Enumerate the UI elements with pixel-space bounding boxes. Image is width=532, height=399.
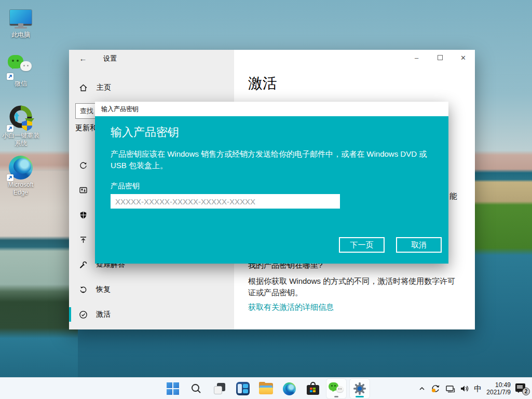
search-icon xyxy=(190,382,202,395)
minimize-button[interactable]: – xyxy=(405,50,428,65)
product-key-label: 产品密钥 xyxy=(111,182,140,191)
windows-logo-icon xyxy=(167,382,179,395)
task-view-button[interactable] xyxy=(210,379,229,398)
sync-tray-icon[interactable] xyxy=(430,383,441,394)
wechat-icon xyxy=(1,53,41,80)
window-controls: – ✕ xyxy=(405,50,475,65)
xiaobai-reinstall-icon xyxy=(1,105,41,132)
sync-icon xyxy=(79,161,88,170)
wechat-icon xyxy=(329,381,344,396)
window-title: 设置 xyxy=(103,54,117,63)
activation-description: 根据你获取 Windows 的方式的不同，激活时将使用数字许可证或产品密钥。 xyxy=(248,276,458,298)
dialog-instructions: 产品密钥应该在 Windows 销售方或经销方发送给你的电子邮件中，或者在 Wi… xyxy=(111,148,439,171)
desktop-icon-label2: 系统 xyxy=(1,140,41,147)
widgets-button[interactable] xyxy=(233,379,253,398)
microsoft-store-button[interactable] xyxy=(303,379,323,398)
sidebar-item-recovery[interactable]: 恢复 xyxy=(69,277,234,302)
back-arrow-icon[interactable]: ← xyxy=(77,52,89,64)
desktop-screen: 此电脑 微信 小白一键重装 系统 xyxy=(0,0,532,399)
maximize-button[interactable] xyxy=(428,50,452,65)
dialog-titlebar: 输入产品密钥 xyxy=(95,102,448,116)
ime-indicator[interactable]: 中 xyxy=(474,384,482,394)
notification-icon-tail xyxy=(517,391,520,394)
shield-icon xyxy=(79,211,88,219)
next-button[interactable]: 下一页 xyxy=(339,237,385,253)
check-circle-icon xyxy=(79,310,88,319)
sidebar-home-label: 主页 xyxy=(97,83,111,92)
desktop-icon-label: 此电脑 xyxy=(11,31,30,38)
folder-icon xyxy=(259,383,273,394)
task-view-icon xyxy=(213,382,226,395)
clock[interactable]: 10:49 2021/7/9 xyxy=(486,381,511,396)
notification-center-button[interactable]: 2 xyxy=(515,382,529,395)
covered-text-fragment: 能 xyxy=(449,191,457,201)
desktop-icon-label: Microsoft xyxy=(1,181,41,189)
page-title: 激活 xyxy=(248,74,277,93)
start-button[interactable] xyxy=(163,379,183,398)
file-explorer-button[interactable] xyxy=(256,379,276,398)
search-button[interactable] xyxy=(186,379,206,398)
close-button[interactable]: ✕ xyxy=(452,50,475,65)
system-tray: 中 10:49 2021/7/9 2 xyxy=(418,378,529,399)
running-indicator xyxy=(334,396,338,397)
clock-time: 10:49 xyxy=(486,381,511,389)
hidden-icons-chevron[interactable] xyxy=(418,385,426,392)
home-icon xyxy=(79,84,88,92)
shortcut-arrow-icon xyxy=(7,73,13,80)
dialog-body: 输入产品密钥 产品密钥应该在 Windows 销售方或经销方发送给你的电子邮件中… xyxy=(95,116,448,264)
dialog-heading: 输入产品密钥 xyxy=(111,125,179,140)
desktop-icon-wechat[interactable]: 微信 xyxy=(1,53,41,88)
desktop-icon-edge[interactable]: Microsoft Edge xyxy=(1,154,41,197)
settings-taskbar-button[interactable] xyxy=(350,379,370,398)
desktop-icon-this-pc[interactable]: 此电脑 xyxy=(1,4,41,39)
delivery-optimization-icon xyxy=(79,186,88,195)
taskbar-center xyxy=(163,378,370,399)
edge-button[interactable] xyxy=(280,379,299,398)
desktop-icon-xiaobai[interactable]: 小白一键重装 系统 xyxy=(1,105,41,147)
enter-product-key-dialog: 输入产品密钥 输入产品密钥 产品密钥应该在 Windows 销售方或经销方发送给… xyxy=(95,102,448,264)
store-icon xyxy=(306,382,320,395)
edge-icon xyxy=(1,154,41,181)
product-key-input[interactable] xyxy=(111,194,340,209)
sidebar-item-activation[interactable]: 激活 xyxy=(69,302,234,327)
volume-icon[interactable] xyxy=(460,384,469,393)
wrench-icon xyxy=(79,260,88,269)
activation-info-link[interactable]: 获取有关激活的详细信息 xyxy=(248,302,334,312)
notification-badge: 2 xyxy=(522,388,530,395)
desktop-icon-label2: Edge xyxy=(1,189,41,197)
maximize-icon xyxy=(438,55,443,60)
active-app-indicator xyxy=(356,396,364,397)
wechat-taskbar-button[interactable] xyxy=(326,379,346,398)
backup-icon xyxy=(79,236,88,244)
gear-icon xyxy=(353,382,366,395)
desktop-icon-label: 小白一键重装 xyxy=(1,132,41,140)
recovery-icon xyxy=(79,285,88,294)
sidebar-item-home[interactable]: 主页 xyxy=(69,80,234,95)
taskbar: 中 10:49 2021/7/9 2 xyxy=(0,377,532,399)
cancel-button[interactable]: 取消 xyxy=(396,237,442,253)
network-icon[interactable] xyxy=(445,384,455,393)
this-pc-icon xyxy=(1,4,41,31)
shortcut-arrow-icon xyxy=(7,174,13,181)
widgets-icon xyxy=(236,382,250,395)
shortcut-arrow-icon xyxy=(7,125,13,132)
edge-icon xyxy=(283,382,296,395)
clock-date: 2021/7/9 xyxy=(486,389,511,396)
desktop-icon-label: 微信 xyxy=(15,80,27,87)
